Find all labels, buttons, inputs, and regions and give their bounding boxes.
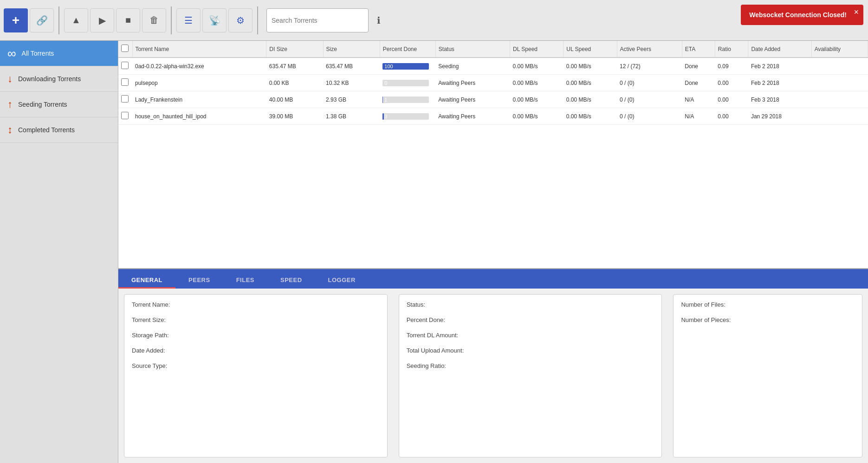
add-button[interactable]: +: [4, 8, 28, 32]
row-checkbox[interactable]: [121, 62, 129, 69]
sidebar-item-all[interactable]: ∞ All Torrents: [0, 41, 118, 66]
move-up-button[interactable]: ▲: [64, 8, 88, 32]
col-percent[interactable]: Percent Done: [380, 41, 435, 58]
row-size: 635.47 MB: [323, 58, 380, 75]
detail-torrent-dl: Torrent DL Amount:: [407, 332, 654, 339]
search-input[interactable]: [266, 8, 369, 32]
col-ul-speed[interactable]: UL Speed: [564, 41, 617, 58]
row-percent: 3: [380, 108, 435, 125]
torrent-table: Torrent Name DI Size Size Percent Done S…: [118, 41, 868, 125]
col-ratio[interactable]: Ratio: [715, 41, 748, 58]
row-ul-speed: 0.00 MB/s: [564, 108, 617, 125]
date-added-label: Date Added:: [132, 347, 165, 354]
rss-button[interactable]: 📡: [202, 8, 227, 32]
col-active-peers[interactable]: Active Peers: [617, 41, 682, 58]
col-size[interactable]: Size: [323, 41, 380, 58]
notification-message: Websocket Connection Closed!: [749, 11, 847, 19]
detail-mid-col: Status: Percent Done: Torrent DL Amount:…: [399, 294, 662, 457]
row-active-peers: 0 / (0): [617, 75, 682, 91]
row-checkbox-cell: [118, 108, 132, 125]
tab-general[interactable]: GENERAL: [118, 273, 175, 289]
row-availability: [811, 91, 868, 108]
table-row[interactable]: house_on_haunted_hill_ipod39.00 MB1.38 G…: [118, 108, 868, 125]
col-date-added[interactable]: Date Added: [748, 41, 811, 58]
col-status[interactable]: Status: [435, 41, 510, 58]
list-button[interactable]: ☰: [176, 8, 201, 32]
row-active-peers: 0 / (0): [617, 91, 682, 108]
torrent-table-body: 0ad-0.0.22-alpha-win32.exe635.47 MB635.4…: [118, 58, 868, 125]
content-area: Torrent Name DI Size Size Percent Done S…: [118, 41, 868, 463]
row-disize: 40.00 MB: [266, 91, 323, 108]
row-ratio: 0.00: [715, 75, 748, 91]
row-checkbox[interactable]: [121, 78, 129, 86]
notification-close-button[interactable]: ×: [854, 7, 859, 17]
row-percent: 100: [380, 58, 435, 75]
row-size: 2.93 GB: [323, 91, 380, 108]
row-eta: N/A: [682, 91, 715, 108]
row-size: 10.32 KB: [323, 75, 380, 91]
row-checkbox[interactable]: [121, 95, 129, 103]
divider-3: [257, 6, 258, 34]
row-ratio: 0.00: [715, 91, 748, 108]
sidebar-item-completed[interactable]: ↕ Completed Torrents: [0, 117, 118, 143]
col-checkbox: [118, 41, 132, 58]
divider-1: [58, 6, 59, 34]
row-percent: 0: [380, 75, 435, 91]
tab-speed[interactable]: SPEED: [267, 273, 315, 289]
row-name: 0ad-0.0.22-alpha-win32.exe: [132, 58, 266, 75]
progress-label: 1: [384, 96, 387, 103]
row-size: 1.38 GB: [323, 108, 380, 125]
row-dl-speed: 0.00 MB/s: [510, 58, 564, 75]
col-eta[interactable]: ETA: [682, 41, 715, 58]
tab-peers[interactable]: PEERS: [175, 273, 223, 289]
status-label: Status:: [407, 301, 425, 308]
sidebar-label-downloading: Downloading Torrents: [18, 75, 81, 83]
detail-content: Torrent Name: Torrent Size: Storage Path…: [118, 289, 868, 463]
row-dl-speed: 0.00 MB/s: [510, 75, 564, 91]
table-row[interactable]: Lady_Frankenstein40.00 MB2.93 GB1Awaitin…: [118, 91, 868, 108]
row-checkbox-cell: [118, 91, 132, 108]
detail-source-type: Source Type:: [132, 362, 380, 369]
select-all-checkbox[interactable]: [121, 45, 129, 52]
detail-left-col: Torrent Name: Torrent Size: Storage Path…: [124, 294, 388, 457]
row-ul-speed: 0.00 MB/s: [564, 75, 617, 91]
completed-icon: ↕: [7, 124, 13, 136]
row-availability: [811, 58, 868, 75]
settings-button[interactable]: ⚙: [228, 8, 253, 32]
table-header-row: Torrent Name DI Size Size Percent Done S…: [118, 41, 868, 58]
row-checkbox[interactable]: [121, 112, 129, 119]
detail-storage-path: Storage Path:: [132, 332, 380, 339]
row-status: Seeding: [435, 58, 510, 75]
play-button[interactable]: ▶: [90, 8, 114, 32]
row-disize: 635.47 MB: [266, 58, 323, 75]
sidebar-item-seeding[interactable]: ↑ Seeding Torrents: [0, 92, 118, 117]
row-eta: Done: [682, 75, 715, 91]
table-row[interactable]: pulsepop0.00 KB10.32 KB0Awaiting Peers0.…: [118, 75, 868, 91]
download-icon: ↓: [7, 73, 13, 85]
progress-bar-wrap: 1: [382, 96, 429, 103]
row-dl-speed: 0.00 MB/s: [510, 108, 564, 125]
divider-2: [171, 6, 172, 34]
torrent-table-wrapper: Torrent Name DI Size Size Percent Done S…: [118, 41, 868, 268]
stop-button[interactable]: ■: [116, 8, 140, 32]
link-button[interactable]: 🔗: [30, 8, 54, 32]
detail-torrent-size: Torrent Size:: [132, 316, 380, 323]
tab-files[interactable]: FILES: [223, 273, 267, 289]
num-pieces-label: Number of Pieces:: [681, 316, 731, 323]
row-date-added: Feb 2 2018: [748, 58, 811, 75]
sidebar-item-downloading[interactable]: ↓ Downloading Torrents: [0, 66, 118, 92]
info-button[interactable]: ℹ: [370, 12, 387, 29]
row-availability: [811, 108, 868, 125]
col-dl-speed[interactable]: DL Speed: [510, 41, 564, 58]
table-row[interactable]: 0ad-0.0.22-alpha-win32.exe635.47 MB635.4…: [118, 58, 868, 75]
delete-button[interactable]: 🗑: [142, 8, 166, 32]
progress-bar-fill: [382, 113, 384, 120]
row-active-peers: 12 / (72): [617, 58, 682, 75]
col-disize[interactable]: DI Size: [266, 41, 323, 58]
tab-logger[interactable]: LOGGER: [315, 273, 369, 289]
col-name[interactable]: Torrent Name: [132, 41, 266, 58]
row-name: Lady_Frankenstein: [132, 91, 266, 108]
detail-seeding-ratio: Seeding Ratio:: [407, 362, 654, 369]
main-layout: ∞ All Torrents ↓ Downloading Torrents ↑ …: [0, 41, 868, 463]
col-availability[interactable]: Availability: [811, 41, 868, 58]
